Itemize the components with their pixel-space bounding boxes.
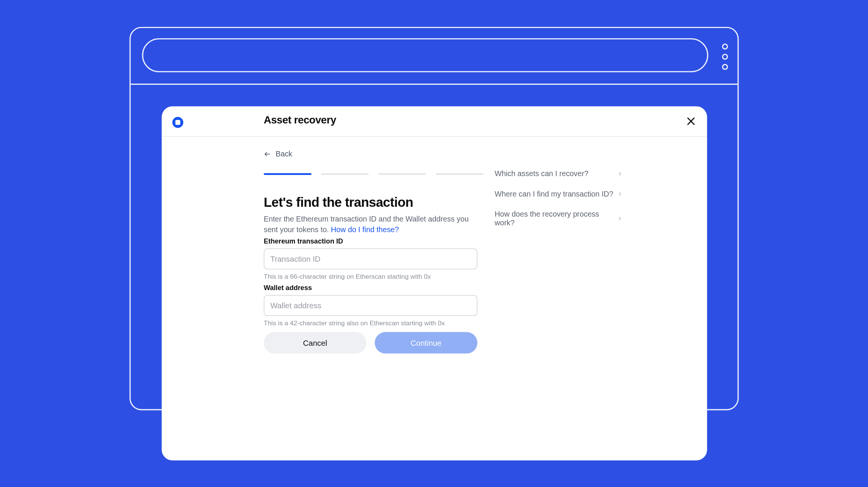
progress-steps bbox=[264, 173, 483, 175]
circle-icon bbox=[722, 54, 728, 60]
coinbase-logo-icon bbox=[171, 116, 185, 129]
faq-item-assets[interactable]: Which assets can I recover? bbox=[495, 164, 623, 184]
chevron-right-icon bbox=[617, 191, 623, 197]
progress-step-4 bbox=[436, 173, 483, 175]
txid-input[interactable] bbox=[264, 248, 478, 269]
continue-button[interactable]: Continue bbox=[375, 332, 477, 354]
main-heading: Let's find the transaction bbox=[264, 195, 413, 210]
app-card: Asset recovery Back Let's find th bbox=[162, 106, 707, 460]
wallet-input[interactable] bbox=[264, 295, 478, 316]
wallet-label: Wallet address bbox=[264, 284, 478, 292]
txid-field-group: Ethereum transaction ID This is a 66-cha… bbox=[264, 238, 478, 280]
faq-sidebar: Which assets can I recover? Where can I … bbox=[495, 164, 623, 233]
browser-divider bbox=[131, 84, 737, 85]
browser-urlbar[interactable] bbox=[142, 38, 708, 72]
chevron-right-icon bbox=[617, 171, 623, 177]
page-title: Asset recovery bbox=[264, 114, 336, 126]
faq-label: Where can I find my transaction ID? bbox=[495, 190, 613, 198]
app-header: Asset recovery bbox=[162, 106, 707, 137]
button-row: Cancel Continue bbox=[264, 332, 478, 354]
wallet-field-group: Wallet address This is a 42-character st… bbox=[264, 284, 478, 327]
wallet-helper: This is a 42-character string also on Et… bbox=[264, 320, 478, 327]
main-description: Enter the Ethereum transaction ID and th… bbox=[264, 214, 478, 236]
faq-label: How does the recovery process work? bbox=[495, 210, 617, 227]
progress-step-2 bbox=[321, 173, 369, 175]
faq-item-txid[interactable]: Where can I find my transaction ID? bbox=[495, 184, 623, 204]
circle-icon bbox=[722, 64, 728, 70]
txid-label: Ethereum transaction ID bbox=[264, 238, 478, 245]
back-button[interactable]: Back bbox=[264, 150, 292, 158]
txid-helper: This is a 66-character string on Ethersc… bbox=[264, 273, 478, 280]
circle-icon bbox=[722, 44, 728, 50]
arrow-left-icon bbox=[264, 150, 271, 158]
browser-window-controls bbox=[722, 44, 728, 70]
chevron-right-icon bbox=[617, 215, 623, 222]
how-find-link[interactable]: How do I find these? bbox=[331, 226, 399, 234]
faq-label: Which assets can I recover? bbox=[495, 170, 588, 178]
svg-rect-1 bbox=[175, 120, 180, 125]
progress-step-3 bbox=[378, 173, 426, 175]
close-icon[interactable] bbox=[686, 116, 696, 126]
progress-step-1 bbox=[264, 173, 311, 175]
cancel-button[interactable]: Cancel bbox=[264, 332, 366, 354]
faq-item-process[interactable]: How does the recovery process work? bbox=[495, 204, 623, 233]
back-label: Back bbox=[276, 150, 292, 158]
